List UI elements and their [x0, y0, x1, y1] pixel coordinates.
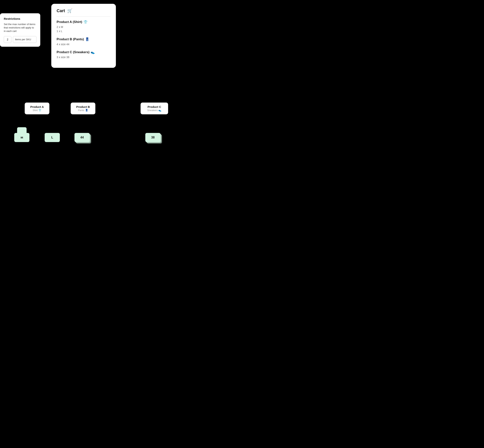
cart-product-c: Product C (Sneakers) 👟 3 x size 38	[56, 50, 111, 59]
cart-product-b: Product B (Pants) 👖 4 x size 44	[56, 37, 111, 46]
product-b-node: Product B Pants 👖	[71, 103, 95, 114]
product-a-name: Product A	[29, 105, 46, 108]
cart-product-b-variants: 4 x size 44	[56, 42, 111, 46]
pants-icon: 👖	[85, 37, 89, 41]
restrictions-label-box: Items per SKU	[13, 36, 36, 43]
cart-title: Cart	[56, 8, 65, 13]
restrictions-title: Restrictions	[4, 17, 36, 20]
restrictions-description: Set the max number of items that restric…	[4, 23, 36, 33]
sku-38-stack: 38	[145, 133, 161, 142]
sku-38-front: 38	[145, 133, 161, 142]
sku-44-front: 44	[74, 133, 90, 142]
restrictions-input-row: 2 Items per SKU	[4, 36, 36, 43]
product-a-node: Product A Shirt 👕	[25, 103, 49, 114]
cart-product-a-variants: 2 x M 1 x L	[56, 25, 111, 33]
cart-product-c-name: Product C (Sneakers) 👟	[56, 50, 111, 54]
lone-green-box	[17, 127, 27, 137]
product-b-name: Product B	[74, 105, 92, 108]
product-b-sub: Pants 👖	[74, 109, 92, 112]
sku-l-front: L	[45, 133, 60, 142]
cart-divider	[56, 16, 111, 16]
product-c-name: Product C	[144, 105, 164, 108]
shirt-icon: 👕	[83, 20, 88, 24]
asterisk-marker: *	[29, 132, 31, 136]
product-c-node: Product C Sneakers 👟	[141, 103, 168, 114]
cart-product-c-variants: 3 x size 38	[56, 55, 111, 59]
cart-product-a-name: Product A (Shirt) 👕	[56, 20, 111, 24]
product-a-sub: Shirt 👕	[29, 109, 46, 112]
restrictions-number-input[interactable]: 2	[4, 36, 11, 43]
restrictions-card: Restrictions Set the max number of items…	[0, 13, 40, 47]
sneakers-icon: 👟	[91, 50, 95, 54]
sku-44-stack: 44	[74, 133, 90, 142]
cart-product-b-name: Product B (Pants) 👖	[56, 37, 111, 41]
cart-header: Cart 🛒	[56, 8, 111, 13]
sku-l-node: L	[45, 133, 60, 142]
cart-icon: 🛒	[67, 8, 72, 13]
product-c-sub: Sneakers 👟	[144, 109, 164, 112]
cart-product-a: Product A (Shirt) 👕 2 x M 1 x L	[56, 20, 111, 33]
cart-card: Cart 🛒 Product A (Shirt) 👕 2 x M 1 x L P…	[51, 4, 116, 68]
